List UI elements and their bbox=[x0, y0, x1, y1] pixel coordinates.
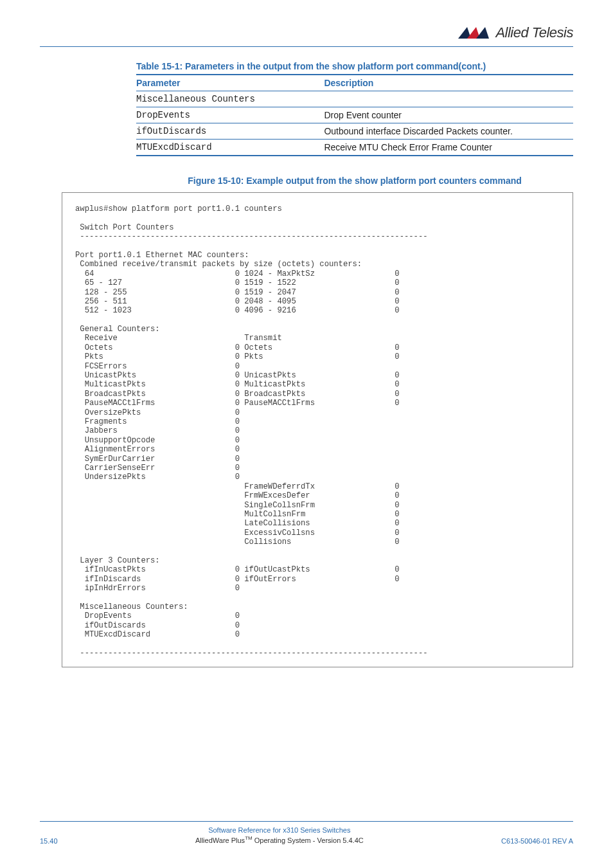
desc-cell bbox=[324, 91, 573, 107]
example-output-code: awplus#show platform port port1.0.1 coun… bbox=[62, 192, 573, 667]
parameters-table: Parameter Description Miscellaneous Coun… bbox=[136, 74, 573, 156]
table-row: ifOutDiscards Outbound interface Discard… bbox=[136, 123, 573, 140]
footer-product: AlliedWare Plus bbox=[195, 836, 245, 844]
footer-divider bbox=[40, 821, 573, 822]
footer-version: Operating System - Version 5.4.4C bbox=[253, 836, 364, 844]
footer-line2: AlliedWare PlusTM Operating System - Ver… bbox=[58, 835, 502, 845]
page-header: Allied Telesis bbox=[40, 24, 573, 45]
param-cell: Miscellaneous Counters bbox=[136, 91, 324, 107]
desc-cell: Drop Event counter bbox=[324, 107, 573, 123]
param-cell: ifOutDiscards bbox=[136, 123, 324, 140]
col-header-description: Description bbox=[324, 75, 573, 91]
figure-title: Figure 15-10: Example output from the sh… bbox=[136, 176, 573, 186]
param-cell: MTUExcdDiscard bbox=[136, 140, 324, 156]
doc-id: C613-50046-01 REV A bbox=[501, 837, 573, 845]
footer-row: 15.40 Software Reference for x310 Series… bbox=[40, 826, 573, 845]
table-row: MTUExcdDiscard Receive MTU Check Error F… bbox=[136, 140, 573, 156]
footer-line1: Software Reference for x310 Series Switc… bbox=[58, 826, 502, 835]
page: Allied Telesis Table 15-1: Parameters in… bbox=[0, 0, 613, 868]
desc-cell: Receive MTU Check Error Frame Counter bbox=[324, 140, 573, 156]
page-number: 15.40 bbox=[40, 837, 58, 845]
page-footer: 15.40 Software Reference for x310 Series… bbox=[40, 821, 573, 845]
tm-icon: TM bbox=[245, 835, 253, 841]
col-header-parameter: Parameter bbox=[136, 75, 324, 91]
brand-logo: Allied Telesis bbox=[458, 24, 573, 41]
param-cell: DropEvents bbox=[136, 107, 324, 123]
parameters-table-wrap: Table 15-1: Parameters in the output fro… bbox=[136, 61, 573, 156]
table-row: Miscellaneous Counters bbox=[136, 91, 573, 107]
footer-center: Software Reference for x310 Series Switc… bbox=[58, 826, 502, 845]
allied-telesis-mark-icon bbox=[458, 26, 492, 40]
table-row: DropEvents Drop Event counter bbox=[136, 107, 573, 123]
header-divider bbox=[40, 46, 573, 47]
brand-name: Allied Telesis bbox=[495, 24, 573, 41]
table-title: Table 15-1: Parameters in the output fro… bbox=[136, 61, 573, 71]
desc-cell: Outbound interface Discarded Packets cou… bbox=[324, 123, 573, 140]
